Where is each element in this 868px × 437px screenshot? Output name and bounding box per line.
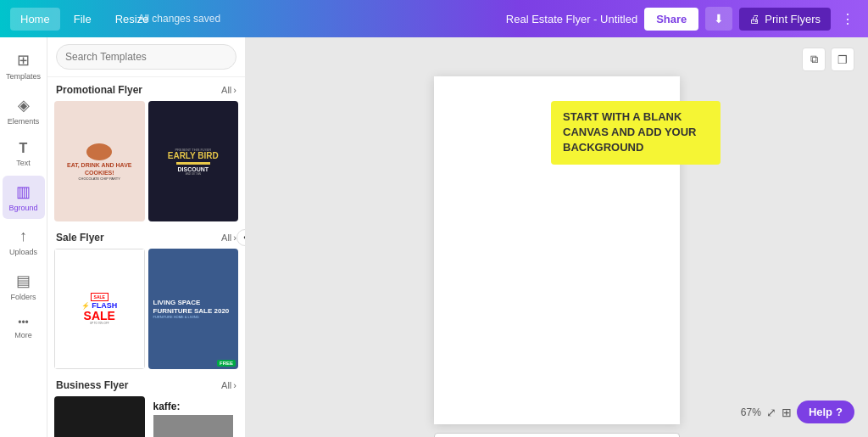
- folders-icon: ▤: [16, 272, 31, 290]
- sale-word: SALE: [84, 310, 115, 322]
- copy-page-button[interactable]: ⧉: [802, 48, 826, 71]
- section-title-promotional: Promotional Flyer: [56, 84, 142, 96]
- section-promotional: Promotional Flyer All › EAT, DRINK AND H…: [54, 84, 238, 221]
- elements-icon: ◈: [18, 96, 30, 115]
- template-biz-kaffe: kaffe:: [148, 396, 239, 437]
- folders-label: Folders: [10, 293, 36, 301]
- template-card[interactable]: PRESENT THIS FLYER EARLY BIRD DISCOUNT A…: [148, 101, 239, 221]
- section-all-promotional[interactable]: All ›: [221, 85, 236, 95]
- section-title-business: Business Flyer: [56, 379, 128, 391]
- home-button[interactable]: Home: [10, 8, 60, 31]
- section-header-business: Business Flyer All ›: [54, 379, 238, 391]
- chevron-right-icon: ›: [233, 85, 236, 95]
- text-label: Text: [16, 159, 31, 167]
- template-biz-attention: SMALL BUSINESS DOES YOUR BUSINESS NEED A…: [54, 396, 145, 437]
- template-card[interactable]: kaffe: FREE: [148, 396, 239, 437]
- promo-template-grid: EAT, DRINK AND HAVE COOKIES! CHOCOLATE C…: [54, 101, 238, 221]
- template-panel: Promotional Flyer All › EAT, DRINK AND H…: [47, 37, 246, 437]
- help-label: Help: [809, 406, 832, 418]
- sale-badge: SALE: [91, 293, 108, 301]
- section-header-sale: Sale Flyer All ›: [54, 232, 238, 244]
- zoom-level: 67%: [741, 406, 761, 418]
- background-icon: ▥: [16, 182, 31, 201]
- free-badge: FREE: [217, 360, 236, 367]
- template-list: Promotional Flyer All › EAT, DRINK AND H…: [47, 77, 245, 437]
- template-sale-furniture: LIVING SPACE FURNITURE SALE 2020 FURNITU…: [148, 249, 239, 369]
- main-area: ⊞ Templates ◈ Elements T Text ▥ Bground …: [0, 37, 868, 437]
- text-icon: T: [19, 141, 28, 156]
- uploads-icon: ↑: [19, 227, 27, 245]
- template-card[interactable]: LIVING SPACE FURNITURE SALE 2020 FURNITU…: [148, 249, 239, 369]
- sidebar-item-templates[interactable]: ⊞ Templates: [3, 44, 45, 87]
- chevron-right-icon: ›: [233, 380, 236, 390]
- more-label: More: [14, 331, 32, 339]
- cookie-image: [86, 143, 112, 160]
- more-icon: •••: [18, 317, 29, 328]
- cookie-sub: CHOCOLATE CHIP PARTY: [79, 176, 120, 181]
- sidebar-item-folders[interactable]: ▤ Folders: [3, 265, 45, 308]
- sidebar-item-elements[interactable]: ◈ Elements: [3, 89, 45, 132]
- zoom-fit-icon[interactable]: ⊞: [782, 406, 792, 419]
- share-button[interactable]: Share: [644, 8, 698, 31]
- kaffe-title: kaffe:: [153, 401, 181, 412]
- more-options-icon[interactable]: ⋮: [837, 11, 858, 27]
- sidebar-item-background[interactable]: ▥ Bground: [3, 176, 45, 219]
- earlybird-title: EARLY BIRD: [168, 152, 219, 160]
- tooltip-text: START WITH A BLANK CANVAS AND ADD YOUR B…: [563, 110, 696, 154]
- discount-title: DISCOUNT: [177, 166, 209, 172]
- section-all-sale[interactable]: All ›: [221, 233, 236, 243]
- top-bar-left: Home File Resize All changes saved: [10, 8, 262, 31]
- get-text: AND GET AN: [186, 172, 201, 176]
- search-input[interactable]: [56, 44, 236, 70]
- furniture-title: LIVING SPACE FURNITURE SALE 2020: [153, 299, 234, 315]
- background-label: Bground: [8, 204, 37, 212]
- top-bar: Home File Resize All changes saved Real …: [0, 0, 868, 37]
- canvas-zoom-controls: 67% ⤢ ⊞ Help ?: [741, 401, 854, 423]
- print-label: Print Flyers: [765, 13, 821, 25]
- save-status: All changes saved: [138, 13, 220, 25]
- section-all-business[interactable]: All ›: [221, 380, 236, 390]
- sidebar-item-uploads[interactable]: ↑ Uploads: [3, 221, 45, 263]
- templates-label: Templates: [6, 72, 41, 81]
- add-page-button[interactable]: + Add a new page: [434, 433, 680, 437]
- download-button[interactable]: ⬇: [705, 7, 732, 31]
- sidebar-item-more[interactable]: ••• More: [3, 310, 45, 346]
- uploads-label: Uploads: [9, 248, 37, 256]
- search-container: [47, 37, 245, 77]
- question-icon: ?: [836, 406, 843, 418]
- print-icon: 🖨: [749, 13, 760, 25]
- template-card[interactable]: SALE ⚡FLASH SALE UP TO 70% OFF: [54, 249, 145, 369]
- section-business: Business Flyer All › SMALL BUSINESS DOES…: [54, 379, 238, 437]
- section-sale: Sale Flyer All › SALE ⚡FLASH SALE: [54, 232, 238, 369]
- kaffe-image: [153, 415, 234, 437]
- top-bar-right: Real Estate Flyer - Untitled Share ⬇ 🖨 P…: [506, 7, 858, 31]
- sale-info: UP TO 70% OFF: [90, 322, 109, 325]
- sidebar-icons: ⊞ Templates ◈ Elements T Text ▥ Bground …: [0, 37, 47, 437]
- template-card[interactable]: EAT, DRINK AND HAVE COOKIES! CHOCOLATE C…: [54, 101, 145, 221]
- furniture-sub: FURNITURE HOME & LIVING: [153, 315, 199, 319]
- sidebar-item-text[interactable]: T Text: [3, 134, 45, 174]
- earlybird-bar: [176, 162, 210, 165]
- section-title-sale: Sale Flyer: [56, 232, 104, 244]
- cookie-title: EAT, DRINK AND HAVE COOKIES!: [59, 162, 140, 176]
- file-button[interactable]: File: [64, 8, 102, 31]
- template-promo-earlybird: PRESENT THIS FLYER EARLY BIRD DISCOUNT A…: [148, 101, 239, 221]
- template-sale-flash: SALE ⚡FLASH SALE UP TO 70% OFF: [54, 249, 145, 369]
- zoom-expand-icon[interactable]: ⤢: [766, 406, 776, 419]
- tooltip-box: START WITH A BLANK CANVAS AND ADD YOUR B…: [551, 101, 721, 165]
- section-header-promotional: Promotional Flyer All ›: [54, 84, 238, 96]
- elements-label: Elements: [8, 117, 40, 126]
- help-button[interactable]: Help ?: [797, 401, 854, 423]
- document-title: Real Estate Flyer - Untitled: [506, 13, 637, 25]
- canvas-toolbar: ⧉ ❐: [802, 48, 854, 71]
- business-template-grid: SMALL BUSINESS DOES YOUR BUSINESS NEED A…: [54, 396, 238, 437]
- template-promo-cookies: EAT, DRINK AND HAVE COOKIES! CHOCOLATE C…: [54, 101, 145, 221]
- sale-template-grid: SALE ⚡FLASH SALE UP TO 70% OFF LIVING SP…: [54, 249, 238, 369]
- templates-icon: ⊞: [17, 51, 30, 70]
- duplicate-page-button[interactable]: ❐: [831, 48, 854, 71]
- template-card[interactable]: SMALL BUSINESS DOES YOUR BUSINESS NEED A…: [54, 396, 145, 437]
- canvas-area: ⧉ ❐ START WITH A BLANK CANVAS AND ADD YO…: [246, 37, 868, 437]
- print-button[interactable]: 🖨 Print Flyers: [739, 8, 831, 31]
